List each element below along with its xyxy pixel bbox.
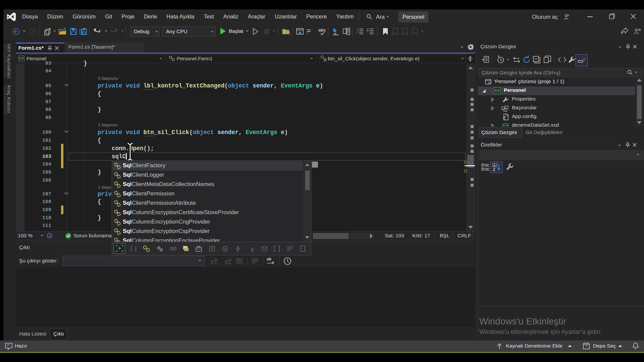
svg-text:A: A [493, 164, 496, 167]
svg-text:Z: Z [493, 168, 495, 172]
svg-text:ab: ab [267, 257, 271, 261]
svg-text:abc: abc [318, 27, 326, 33]
